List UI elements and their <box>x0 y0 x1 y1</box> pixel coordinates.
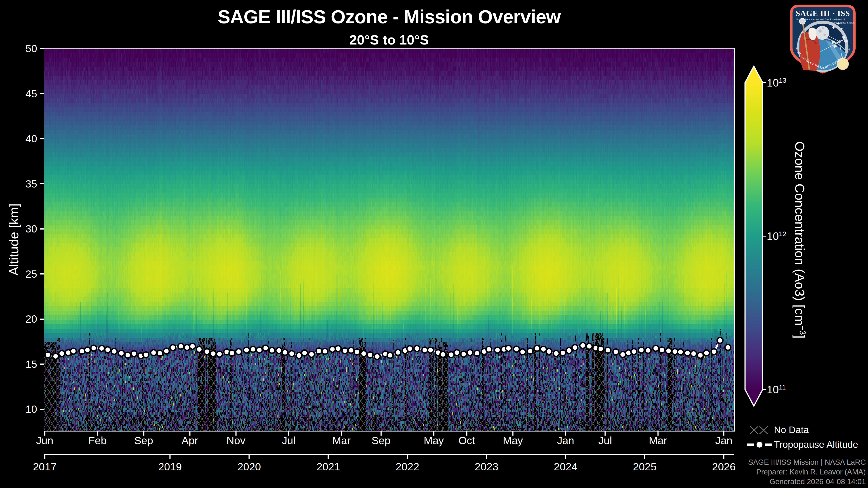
y-tick-mark <box>40 48 43 49</box>
x-month-tick-label: May <box>424 434 444 447</box>
colorbar-tick-label-1e13: 1013 <box>767 76 786 89</box>
x-month-tick-label: Mar <box>332 434 350 447</box>
colorbar-tick-top <box>763 82 766 83</box>
colorbar-axis-label: Ozone Concentration (Ao3) [cm−3] <box>792 141 807 339</box>
colorbar-gradient-bar <box>745 66 763 406</box>
y-tick-label: 10 <box>0 403 37 415</box>
y-tick-mark <box>40 409 43 410</box>
x-year-tick-mark <box>644 455 645 459</box>
x-year-tick-label: 2021 <box>316 460 340 473</box>
x-month-tick-label: Sep <box>134 434 153 447</box>
y-tick-label: 45 <box>0 88 37 100</box>
y-tick-label: 30 <box>0 223 37 235</box>
figure-root: SAGE III/ISS Ozone - Mission Overview 20… <box>0 0 868 488</box>
ozone-heatmap-canvas <box>44 48 734 431</box>
x-month-tick-label: Jul <box>282 434 296 447</box>
x-month-tick-label: Nov <box>226 434 246 447</box>
heatmap-plot-area <box>43 48 735 431</box>
no-data-hatch-icon <box>749 424 770 436</box>
colorbar-tick-label-1e12: 1012 <box>767 230 786 242</box>
x-month-tick-label: Jan <box>715 434 733 447</box>
attribution-line-4: Data Version: 6.0.0 <box>748 486 866 488</box>
x-month-tick-label: Jan <box>557 434 574 447</box>
x-year-tick-mark <box>249 455 250 459</box>
colorbar-tick-mid <box>763 236 766 236</box>
x-year-tick-label: 2026 <box>712 460 736 473</box>
attribution-line-2: Preparer: Kevin R. Leavor (AMA) <box>748 467 866 477</box>
legend-tropopause-label: Tropopause Altitude <box>774 439 858 450</box>
y-tick-label: 50 <box>0 42 37 55</box>
colorbar-tick-bottom <box>763 389 766 390</box>
page-subtitle: 20°S to 10°S <box>44 32 734 48</box>
x-year-tick-mark <box>44 455 45 459</box>
colorbar-tick-label-1e11: 1011 <box>767 383 786 396</box>
x-year-axis-line <box>44 454 734 455</box>
x-year-tick-mark <box>723 455 724 459</box>
y-tick-mark <box>40 273 43 274</box>
x-year-tick-label: 2017 <box>33 460 57 473</box>
legend-no-data-label: No Data <box>774 424 809 435</box>
x-month-tick-label: May <box>503 434 523 447</box>
attribution-block: SAGE III/ISS Mission | NASA LaRC Prepare… <box>748 457 866 488</box>
x-month-tick-label: Apr <box>182 434 198 447</box>
x-month-tick-label: Mar <box>649 434 667 447</box>
y-tick-mark <box>40 319 43 320</box>
attribution-line-3: Generated 2026-04-08 14:01 <box>748 477 866 486</box>
x-month-tick-label: Jun <box>36 434 53 447</box>
x-year-tick-label: 2025 <box>633 460 657 473</box>
sage-iii-iss-mission-patch-logo: SAGE III · ISS Stratospheric Aerosol and… <box>788 3 858 74</box>
y-axis-label: Altitude [km] <box>6 203 21 275</box>
x-year-tick-mark <box>486 455 487 459</box>
x-month-tick-label: Feb <box>88 434 107 447</box>
x-year-tick-mark <box>169 455 170 459</box>
y-tick-label: 20 <box>0 313 37 325</box>
y-tick-label: 35 <box>0 178 37 190</box>
y-tick-label: 15 <box>0 358 37 370</box>
x-month-tick-label: Jul <box>598 434 612 447</box>
x-month-tick-label: Oct <box>458 434 475 447</box>
x-year-tick-label: 2023 <box>475 460 498 473</box>
x-year-tick-mark <box>565 455 566 459</box>
y-tick-mark <box>40 138 43 139</box>
x-year-tick-label: 2020 <box>237 460 261 473</box>
x-year-tick-mark <box>328 455 329 459</box>
y-tick-mark <box>40 183 43 184</box>
y-tick-mark <box>40 93 43 94</box>
y-tick-label: 25 <box>0 268 37 280</box>
colorbar <box>744 66 769 407</box>
x-year-tick-label: 2024 <box>554 460 578 473</box>
x-year-tick-label: 2019 <box>158 460 182 473</box>
y-tick-mark <box>40 363 43 365</box>
y-tick-mark <box>40 228 43 230</box>
x-month-tick-label: Sep <box>372 434 391 447</box>
x-year-tick-label: 2022 <box>396 460 419 473</box>
x-year-tick-mark <box>407 455 408 459</box>
y-tick-label: 40 <box>0 133 37 145</box>
page-title: SAGE III/ISS Ozone - Mission Overview <box>44 6 734 28</box>
tropopause-marker-icon <box>747 438 772 451</box>
patch-title: SAGE III · ISS <box>796 9 850 18</box>
attribution-line-1: SAGE III/ISS Mission | NASA LaRC <box>748 457 866 467</box>
